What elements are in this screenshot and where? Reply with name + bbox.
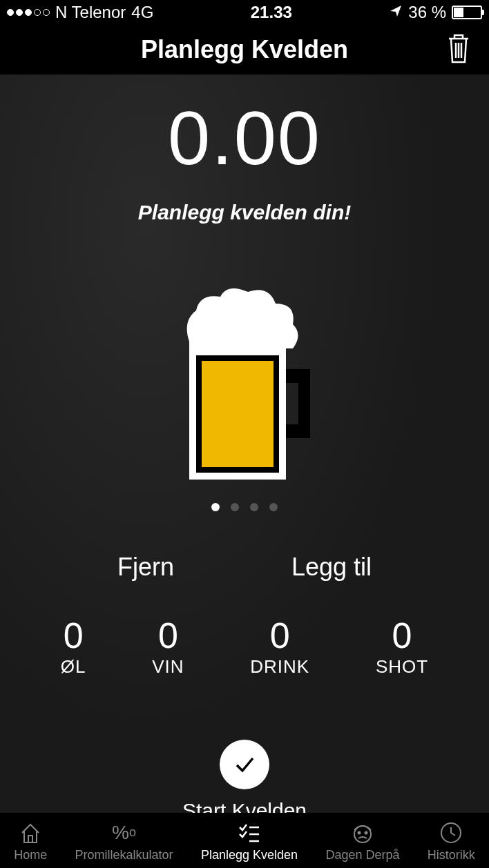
page-indicator bbox=[0, 503, 489, 511]
counter-label: VIN bbox=[152, 656, 184, 678]
tab-label: Dagen Derpå bbox=[325, 848, 399, 862]
counter-label: ØL bbox=[61, 656, 86, 678]
remove-button[interactable]: Fjern bbox=[117, 553, 174, 582]
clock-icon bbox=[439, 819, 463, 847]
tab-label: Planlegg Kvelden bbox=[201, 848, 298, 862]
battery-icon bbox=[452, 6, 482, 19]
status-left: N Telenor 4G bbox=[7, 3, 153, 22]
tab-dagen[interactable]: Dagen Derpå bbox=[325, 819, 399, 862]
clock-label: 21.33 bbox=[251, 3, 292, 22]
svg-point-10 bbox=[358, 831, 360, 834]
drink-carousel[interactable] bbox=[0, 286, 489, 486]
subtitle: Planlegg kvelden din! bbox=[0, 201, 489, 224]
svg-rect-5 bbox=[202, 361, 274, 467]
svg-point-11 bbox=[365, 831, 367, 834]
page-title: Planlegg Kvelden bbox=[141, 35, 348, 64]
start-section: Start Kvelden bbox=[0, 740, 489, 822]
tab-label: Home bbox=[14, 848, 47, 862]
page-dot bbox=[269, 503, 278, 511]
counters-row: 0 ØL 0 VIN 0 DRINK 0 SHOT bbox=[0, 615, 489, 678]
network-label: 4G bbox=[131, 3, 153, 22]
page-dot bbox=[211, 503, 220, 511]
counter-value: 0 bbox=[152, 615, 184, 656]
counter-label: DRINK bbox=[250, 656, 309, 678]
counter-ol[interactable]: 0 ØL bbox=[61, 615, 86, 678]
check-icon bbox=[230, 750, 259, 779]
status-right: 36 % bbox=[389, 3, 482, 22]
counter-drink[interactable]: 0 DRINK bbox=[250, 615, 309, 678]
tab-label: Promillekalkulator bbox=[75, 848, 173, 862]
counter-value: 0 bbox=[250, 615, 309, 656]
carrier-label: N Telenor bbox=[55, 3, 126, 22]
tab-label: Historikk bbox=[428, 848, 475, 862]
status-bar: N Telenor 4G 21.33 36 % bbox=[0, 0, 489, 25]
signal-strength-icon bbox=[7, 9, 50, 16]
header: Planlegg Kvelden bbox=[0, 25, 489, 75]
counter-value: 0 bbox=[376, 615, 428, 656]
add-button[interactable]: Legg til bbox=[291, 553, 372, 582]
page-dot bbox=[250, 503, 258, 511]
counter-label: SHOT bbox=[376, 656, 428, 678]
tab-historikk[interactable]: Historikk bbox=[428, 819, 475, 862]
main-content: 0.00 Planlegg kvelden din! Fjern Legg ti… bbox=[0, 75, 489, 822]
location-icon bbox=[389, 3, 403, 22]
tab-bar: Home %o Promillekalkulator Planlegg Kvel… bbox=[0, 813, 489, 868]
tab-promille[interactable]: %o Promillekalkulator bbox=[75, 819, 173, 862]
promille-value: 0.00 bbox=[0, 94, 489, 181]
tab-home[interactable]: Home bbox=[14, 819, 47, 862]
battery-pct: 36 % bbox=[408, 3, 446, 22]
checklist-icon bbox=[237, 819, 262, 847]
trash-icon bbox=[445, 32, 472, 65]
tab-planlegg[interactable]: Planlegg Kvelden bbox=[201, 819, 298, 862]
beer-icon bbox=[169, 286, 320, 486]
counter-vin[interactable]: 0 VIN bbox=[152, 615, 184, 678]
page-dot bbox=[231, 503, 239, 511]
trash-button[interactable] bbox=[445, 32, 472, 68]
counter-shot[interactable]: 0 SHOT bbox=[376, 615, 428, 678]
face-icon bbox=[350, 819, 375, 847]
promille-icon: %o bbox=[112, 819, 136, 847]
home-icon bbox=[18, 819, 43, 847]
start-button[interactable] bbox=[220, 740, 269, 789]
counter-value: 0 bbox=[61, 615, 86, 656]
action-row: Fjern Legg til bbox=[0, 553, 489, 582]
